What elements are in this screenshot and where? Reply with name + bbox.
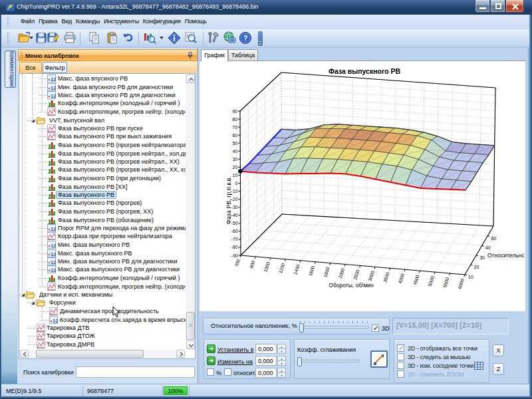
svg-text:-70: -70 xyxy=(231,237,238,241)
svg-text:80: 80 xyxy=(232,117,237,122)
svg-text:20: 20 xyxy=(233,165,238,170)
svg-text:12: 12 xyxy=(51,251,56,257)
svg-text:-30: -30 xyxy=(231,205,238,209)
svg-text:10: 10 xyxy=(233,173,238,178)
svg-text:30: 30 xyxy=(479,255,485,260)
svg-text:12: 12 xyxy=(53,318,58,324)
svg-text:50: 50 xyxy=(232,141,237,146)
svg-text:-90: -90 xyxy=(231,253,238,258)
svg-text:12: 12 xyxy=(51,259,56,265)
svg-text:12: 12 xyxy=(51,243,56,249)
svg-text:60: 60 xyxy=(491,236,496,241)
svg-text:60: 60 xyxy=(232,133,237,138)
svg-text:-80: -80 xyxy=(231,245,238,249)
svg-text:12: 12 xyxy=(51,85,56,91)
svg-text:-40: -40 xyxy=(231,213,238,217)
svg-text:Относительное наполнение: Относительное наполнение xyxy=(487,252,524,259)
svg-text:40: 40 xyxy=(485,245,491,250)
svg-text:90: 90 xyxy=(232,109,237,114)
svg-text:0: 0 xyxy=(235,181,238,186)
svg-text:-50: -50 xyxy=(231,221,238,225)
svg-text:-60: -60 xyxy=(231,229,238,233)
svg-text:12: 12 xyxy=(51,93,56,99)
svg-text:12: 12 xyxy=(51,226,56,232)
svg-text:?: ? xyxy=(243,34,248,42)
svg-text:Фаза РВ, гр.п.к.в.: Фаза РВ, гр.п.к.в. xyxy=(225,176,232,224)
svg-text:12: 12 xyxy=(51,267,56,273)
svg-text:10: 10 xyxy=(468,275,473,279)
svg-text:-20: -20 xyxy=(231,197,237,201)
svg-text:40: 40 xyxy=(233,149,238,154)
svg-text:70: 70 xyxy=(232,125,237,130)
svg-text:Обороты, об/мин: Обороты, об/мин xyxy=(329,282,374,289)
svg-text:-10: -10 xyxy=(231,189,237,194)
svg-text:12: 12 xyxy=(51,76,56,82)
svg-text:Фаза выпускного РВ: Фаза выпускного РВ xyxy=(329,67,401,75)
svg-text:20: 20 xyxy=(474,265,479,269)
svg-text:30: 30 xyxy=(233,157,238,162)
